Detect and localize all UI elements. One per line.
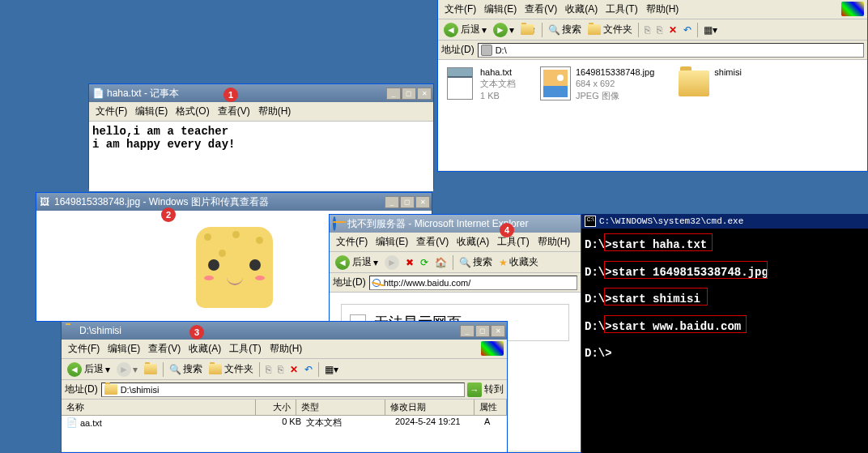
close-button[interactable]: ✕ <box>491 325 505 337</box>
back-button[interactable]: ◄后退▾ <box>65 361 113 378</box>
undo-icon[interactable]: ↶ <box>681 24 694 36</box>
ie-titlebar[interactable]: 找不到服务器 - Microsoft Internet Explorer <box>330 215 581 233</box>
menu-help[interactable]: 帮助(H) <box>534 234 574 250</box>
menu-fav[interactable]: 收藏(A) <box>562 2 601 17</box>
views-button[interactable]: ▦▾ <box>322 363 341 376</box>
maximize-button[interactable]: ▢ <box>475 325 490 337</box>
stop-icon[interactable]: ✖ <box>403 256 416 269</box>
menu-view[interactable]: 查看(V) <box>521 2 560 17</box>
notepad-titlebar[interactable]: 📄 haha.txt - 记事本 _ ▢ ✕ <box>89 84 433 102</box>
menu-edit[interactable]: 编辑(E) <box>104 341 143 357</box>
file-haha-txt[interactable]: haha.txt 文本文档 1 KB <box>445 66 516 164</box>
menu-tools[interactable]: 工具(T) <box>602 2 640 17</box>
back-button[interactable]: ◄后退▾ <box>333 254 381 271</box>
minimize-button[interactable]: _ <box>386 88 401 100</box>
txt-file-icon <box>447 67 473 100</box>
folder-icon <box>65 325 76 336</box>
copy-icon[interactable]: ⎘ <box>275 363 286 376</box>
menu-help[interactable]: 帮助(H) <box>266 341 306 357</box>
notepad-window: 📄 haha.txt - 记事本 _ ▢ ✕ 文件(F) 编辑(E) 格式(O)… <box>88 83 434 189</box>
favorites-button[interactable]: ★收藏夹 <box>496 254 541 270</box>
menu-tools[interactable]: 工具(T) <box>226 341 264 357</box>
copy-icon[interactable]: ⎘ <box>654 24 665 36</box>
notepad-icon: 📄 <box>92 88 104 99</box>
menu-tools[interactable]: 工具(T) <box>494 234 532 250</box>
annotation-3: 3 <box>189 325 204 340</box>
menu-file[interactable]: 文件(F) <box>65 341 103 357</box>
explorer-d-window: 文件(F) 编辑(E) 查看(V) 收藏(A) 工具(T) 帮助(H) ◄后退▾… <box>437 0 868 172</box>
red-highlight-3 <box>604 288 708 306</box>
close-button[interactable]: ✕ <box>417 88 432 100</box>
refresh-icon[interactable]: ⟳ <box>418 256 431 269</box>
folders-button[interactable]: 文件夹 <box>206 361 256 377</box>
menu-edit[interactable]: 编辑(E) <box>481 2 520 17</box>
ie-icon <box>333 218 344 229</box>
menu-edit[interactable]: 编辑(E) <box>372 234 411 250</box>
address-input[interactable]: http://www.baidu.com/ <box>369 276 577 290</box>
minimize-button[interactable]: _ <box>385 196 399 208</box>
back-button[interactable]: ◄后退▾ <box>441 22 489 38</box>
up-button[interactable]: ↑ <box>518 24 538 36</box>
file-row-aa-txt[interactable]: 📄aa.txt 0 KB 文本文档 2024-5-24 19:21 A <box>62 416 507 429</box>
red-highlight-4 <box>604 315 747 333</box>
menu-file[interactable]: 文件(F) <box>441 2 479 17</box>
delete-icon[interactable]: ✕ <box>666 24 679 36</box>
menu-fav[interactable]: 收藏(A) <box>453 234 492 250</box>
menu-view[interactable]: 查看(V) <box>215 104 253 119</box>
notepad-menubar: 文件(F) 编辑(E) 格式(O) 查看(V) 帮助(H) <box>89 102 433 122</box>
maximize-button[interactable]: ▢ <box>400 196 415 208</box>
shimisi-titlebar[interactable]: D:\shimisi _ ▢ ✕ <box>62 322 507 340</box>
file-jpg[interactable]: 1649815338748.jpg 684 x 692 JPEG 图像 <box>540 66 654 164</box>
maximize-button[interactable]: ▢ <box>402 88 416 100</box>
viewer-titlebar[interactable]: 🖼 1649815338748.jpg - Windows 图片和传真查看器 _… <box>36 193 432 211</box>
folders-button[interactable]: 文件夹 <box>585 22 635 37</box>
address-input[interactable]: D:\ <box>478 43 864 58</box>
menu-view[interactable]: 查看(V) <box>413 234 452 250</box>
minimize-button[interactable]: _ <box>460 325 474 337</box>
ie-toolbar: ◄后退▾ ► ✖ ⟳ 🏠 🔍搜索 ★收藏夹 <box>330 252 581 273</box>
cmd-output[interactable]: D:\>start haha.txt D:\>start 16498153387… <box>581 229 868 451</box>
move-icon[interactable]: ⎘ <box>263 363 274 376</box>
folder-icon <box>679 71 709 96</box>
go-button[interactable]: → <box>467 382 482 397</box>
file-list: 📄aa.txt 0 KB 文本文档 2024-5-24 19:21 A <box>62 416 507 451</box>
menu-help[interactable]: 帮助(H) <box>643 2 683 17</box>
address-label: 地址(D) <box>65 382 98 396</box>
menu-file[interactable]: 文件(F) <box>333 234 371 250</box>
up-button[interactable] <box>142 363 160 375</box>
menu-view[interactable]: 查看(V) <box>145 341 184 357</box>
forward-button[interactable]: ►▾ <box>491 22 517 38</box>
search-button[interactable]: 🔍搜索 <box>457 254 495 270</box>
undo-icon[interactable]: ↶ <box>302 363 315 376</box>
annotation-1: 1 <box>223 88 238 102</box>
delete-icon[interactable]: ✕ <box>287 363 300 376</box>
forward-button: ► <box>382 254 402 271</box>
move-icon[interactable]: ⎘ <box>642 24 653 36</box>
shimisi-toolbar: ◄后退▾ ►▾ 🔍搜索 文件夹 ⎘ ⎘ ✕ ↶ ▦▾ <box>62 359 507 380</box>
close-button[interactable]: ✕ <box>415 196 430 208</box>
column-headers[interactable]: 名称 大小 类型 修改日期 属性 <box>62 400 507 416</box>
menu-fav[interactable]: 收藏(A) <box>185 341 224 357</box>
shimisi-menubar: 文件(F) 编辑(E) 查看(V) 收藏(A) 工具(T) 帮助(H) <box>62 340 507 359</box>
address-input[interactable]: D:\shimisi <box>101 382 465 397</box>
views-button[interactable]: ▦▾ <box>701 24 720 36</box>
search-button[interactable]: 🔍搜索 <box>167 361 205 377</box>
cmd-titlebar[interactable]: C:\ C:\WINDOWS\system32\cmd.exe <box>581 214 868 229</box>
spongebob-image <box>196 227 273 308</box>
search-button[interactable]: 🔍搜索 <box>546 22 584 37</box>
red-highlight-2 <box>604 261 768 279</box>
menu-file[interactable]: 文件(F) <box>92 104 130 119</box>
forward-button: ►▾ <box>114 361 140 378</box>
menu-format[interactable]: 格式(O) <box>172 104 212 119</box>
annotation-2: 2 <box>161 207 176 222</box>
notepad-textarea[interactable]: hello,i am a teacher i am happy every da… <box>89 122 433 191</box>
file-shimisi-folder[interactable]: shimisi <box>679 66 742 164</box>
menu-edit[interactable]: 编辑(E) <box>132 104 171 119</box>
home-icon[interactable]: 🏠 <box>432 256 449 269</box>
ie-menubar: 文件(F) 编辑(E) 查看(V) 收藏(A) 工具(T) 帮助(H) <box>330 233 581 252</box>
cmd-icon: C:\ <box>585 216 596 227</box>
menu-help[interactable]: 帮助(H) <box>255 104 295 119</box>
jpg-file-icon <box>541 67 570 100</box>
address-label: 地址(D) <box>441 43 474 57</box>
xp-logo-icon <box>481 341 504 356</box>
